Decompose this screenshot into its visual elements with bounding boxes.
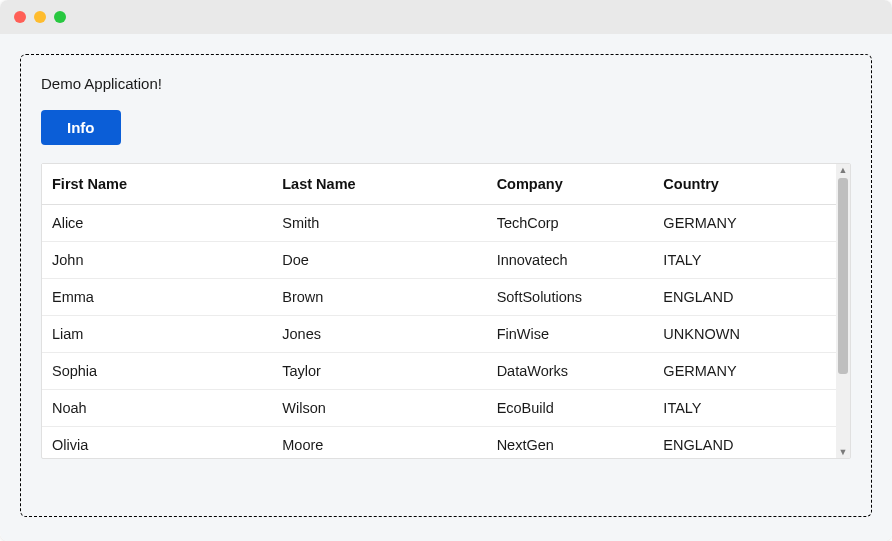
cell-country: ENGLAND: [653, 279, 836, 316]
cell-first-name: Emma: [42, 279, 272, 316]
cell-first-name: John: [42, 242, 272, 279]
cell-last-name: Jones: [272, 316, 486, 353]
cell-first-name: Sophia: [42, 353, 272, 390]
table-row[interactable]: Emma Brown SoftSolutions ENGLAND: [42, 279, 836, 316]
page-body: Demo Application! Info First Name Last N…: [0, 34, 892, 541]
table-header-row: First Name Last Name Company Country: [42, 164, 836, 205]
page-title: Demo Application!: [41, 75, 851, 92]
scroll-up-icon[interactable]: ▲: [836, 164, 850, 176]
vertical-scrollbar[interactable]: ▲ ▼: [836, 164, 850, 458]
cell-country: UNKNOWN: [653, 316, 836, 353]
cell-first-name: Noah: [42, 390, 272, 427]
info-button[interactable]: Info: [41, 110, 121, 145]
cell-first-name: Liam: [42, 316, 272, 353]
scroll-down-icon[interactable]: ▼: [836, 446, 850, 458]
cell-first-name: Alice: [42, 205, 272, 242]
table-body: Alice Smith TechCorp GERMANY John Doe In…: [42, 205, 836, 459]
window-close-button[interactable]: [14, 11, 26, 23]
cell-country: ENGLAND: [653, 427, 836, 459]
scrollbar-thumb[interactable]: [838, 178, 848, 374]
cell-last-name: Moore: [272, 427, 486, 459]
col-first-name[interactable]: First Name: [42, 164, 272, 205]
cell-last-name: Taylor: [272, 353, 486, 390]
table-row[interactable]: Noah Wilson EcoBuild ITALY: [42, 390, 836, 427]
col-company[interactable]: Company: [487, 164, 654, 205]
table-row[interactable]: Liam Jones FinWise UNKNOWN: [42, 316, 836, 353]
cell-country: GERMANY: [653, 353, 836, 390]
cell-company: NextGen: [487, 427, 654, 459]
cell-last-name: Brown: [272, 279, 486, 316]
cell-last-name: Wilson: [272, 390, 486, 427]
col-country[interactable]: Country: [653, 164, 836, 205]
cell-company: EcoBuild: [487, 390, 654, 427]
cell-country: GERMANY: [653, 205, 836, 242]
cell-company: DataWorks: [487, 353, 654, 390]
window-minimize-button[interactable]: [34, 11, 46, 23]
content-panel: Demo Application! Info First Name Last N…: [20, 54, 872, 517]
cell-company: FinWise: [487, 316, 654, 353]
data-grid: First Name Last Name Company Country Ali…: [41, 163, 851, 459]
table-row[interactable]: Alice Smith TechCorp GERMANY: [42, 205, 836, 242]
cell-country: ITALY: [653, 242, 836, 279]
cell-country: ITALY: [653, 390, 836, 427]
col-last-name[interactable]: Last Name: [272, 164, 486, 205]
cell-first-name: Olivia: [42, 427, 272, 459]
table-row[interactable]: John Doe Innovatech ITALY: [42, 242, 836, 279]
cell-company: TechCorp: [487, 205, 654, 242]
table-row[interactable]: Sophia Taylor DataWorks GERMANY: [42, 353, 836, 390]
cell-company: SoftSolutions: [487, 279, 654, 316]
table-row[interactable]: Olivia Moore NextGen ENGLAND: [42, 427, 836, 459]
cell-company: Innovatech: [487, 242, 654, 279]
data-table: First Name Last Name Company Country Ali…: [42, 164, 836, 458]
cell-last-name: Smith: [272, 205, 486, 242]
window-maximize-button[interactable]: [54, 11, 66, 23]
window-titlebar: [0, 0, 892, 34]
cell-last-name: Doe: [272, 242, 486, 279]
app-window: Demo Application! Info First Name Last N…: [0, 0, 892, 541]
grid-viewport: First Name Last Name Company Country Ali…: [42, 164, 836, 458]
